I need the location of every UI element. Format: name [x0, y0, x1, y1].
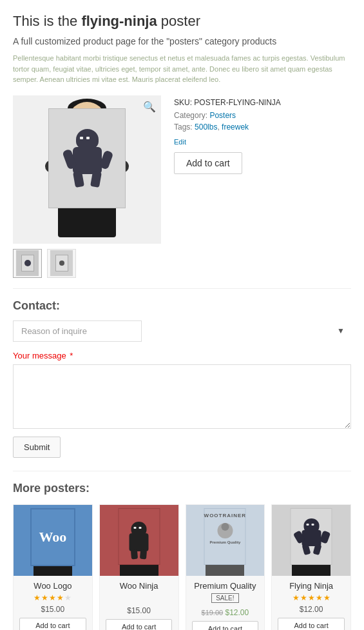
poster-thumb-flying-ninja — [272, 505, 350, 576]
title-suffix: poster — [157, 13, 200, 29]
poster-name-premium: Premium Quality — [186, 581, 265, 591]
price-woo-logo: $15.00 — [14, 605, 92, 614]
fn-star-4: ★ — [316, 593, 323, 602]
page-subtitle: A full customized product page for the "… — [13, 36, 351, 46]
old-price-premium: $19.00 — [202, 609, 224, 616]
fn-star-5: ★ — [323, 593, 330, 602]
main-product-image: 🔍 — [13, 95, 161, 244]
lorem-description: Pellentesque habitant morbi tristique se… — [13, 53, 351, 85]
poster-card-woo-logo: Woo Woo Logo ★ ★ ★ ★ ★ $15.00 Add to car… — [13, 504, 93, 631]
poster-thumb-premium-quality: WOOTRAINER Premium Quality — [186, 505, 265, 576]
category-link[interactable]: Posters — [209, 111, 236, 120]
sku-value: POSTER-FLYING-NINJA — [194, 98, 280, 107]
poster-card-premium-quality: WOOTRAINER Premium Quality Premium Quali… — [186, 504, 265, 631]
star-rating-woo-logo: ★ ★ ★ ★ ★ — [14, 593, 92, 602]
sale-badge-container: SALE! — [186, 593, 265, 605]
message-label-text: Your message — [13, 351, 66, 360]
contact-title: Contact: — [13, 299, 351, 313]
divider-2 — [13, 471, 351, 471]
sale-badge: SALE! — [211, 593, 238, 603]
price-premium: $19.00 $12.00 — [186, 608, 265, 617]
star-2: ★ — [41, 593, 48, 602]
add-to-cart-woo-logo[interactable]: Add to cart — [19, 618, 86, 631]
add-to-cart-premium[interactable]: Add to cart — [192, 621, 258, 631]
more-posters-title: More posters: — [13, 482, 351, 495]
add-to-cart-woo-ninja[interactable]: Add to cart — [106, 619, 172, 631]
sku-line: SKU: POSTER-FLYING-NINJA — [174, 98, 351, 107]
page-title: This is the flying-ninja poster — [13, 13, 351, 30]
submit-button[interactable]: Submit — [13, 437, 61, 458]
poster-thumb-woo-logo: Woo — [14, 505, 92, 576]
more-posters-section: More posters: Woo Woo Logo ★ ★ ★ ★ — [13, 482, 351, 631]
add-to-cart-button[interactable]: Add to cart — [174, 152, 242, 174]
thumbnail-1[interactable] — [13, 249, 42, 278]
contact-section: Contact: Reason of inquireGeneral questi… — [13, 299, 351, 458]
poster-name-flying-ninja: Flying Ninja — [272, 581, 350, 591]
tag-2-link[interactable]: freewek — [222, 123, 249, 132]
product-image-column: 🔍 — [13, 95, 161, 278]
dropdown-arrow-icon: ▼ — [337, 326, 345, 335]
poster-name-woo-logo: Woo Logo — [14, 581, 92, 591]
star-3: ★ — [49, 593, 56, 602]
new-price-premium: $12.00 — [225, 608, 249, 617]
star-4: ★ — [57, 593, 64, 602]
message-required-marker: * — [70, 351, 73, 360]
fn-star-2: ★ — [300, 593, 307, 602]
fn-star-1: ★ — [292, 593, 300, 602]
price-flying-ninja: $12.00 — [272, 605, 350, 614]
product-section: 🔍 — [13, 95, 351, 278]
price-woo-ninja: $15.00 — [100, 606, 178, 615]
tags-line: Tags: 500lbs, freewek — [174, 123, 351, 132]
product-info-column: SKU: POSTER-FLYING-NINJA Category: Poste… — [174, 95, 351, 278]
poster-name-woo-ninja: Woo Ninja — [100, 581, 178, 591]
thumbnail-2[interactable] — [47, 249, 76, 278]
add-to-cart-flying-ninja[interactable]: Add to cart — [278, 618, 344, 631]
title-bold: flying-ninja — [81, 13, 157, 29]
edit-link[interactable]: Edit — [174, 138, 351, 146]
thumbnail-row — [13, 249, 161, 278]
sku-label: SKU: — [174, 98, 192, 107]
star-rating-flying-ninja: ★ ★ ★ ★ ★ — [272, 593, 350, 602]
title-prefix: This is the — [13, 13, 81, 29]
message-textarea[interactable] — [13, 364, 351, 429]
category-line: Category: Posters — [174, 111, 351, 120]
poster-card-woo-ninja: Woo Ninja $15.00 Add to cart — [99, 504, 179, 631]
reason-select[interactable]: Reason of inquireGeneral questionOrder i… — [13, 320, 142, 342]
poster-thumb-woo-ninja — [100, 505, 178, 576]
posters-grid: Woo Woo Logo ★ ★ ★ ★ ★ $15.00 Add to car… — [13, 504, 351, 631]
reason-dropdown-container: Reason of inquireGeneral questionOrder i… — [13, 320, 351, 342]
poster-card-flying-ninja: Flying Ninja ★ ★ ★ ★ ★ $12.00 Add to car… — [271, 504, 351, 631]
category-label: Category: — [174, 111, 207, 120]
zoom-icon[interactable]: 🔍 — [143, 101, 156, 113]
message-label: Your message * — [13, 351, 351, 360]
star-5: ★ — [64, 593, 72, 602]
no-rating-woo-ninja — [100, 593, 178, 604]
star-1: ★ — [34, 593, 41, 602]
fn-star-3: ★ — [308, 593, 315, 602]
tags-label: Tags: — [174, 123, 193, 132]
tag-1-link[interactable]: 500lbs — [195, 123, 217, 132]
divider-1 — [13, 288, 351, 289]
